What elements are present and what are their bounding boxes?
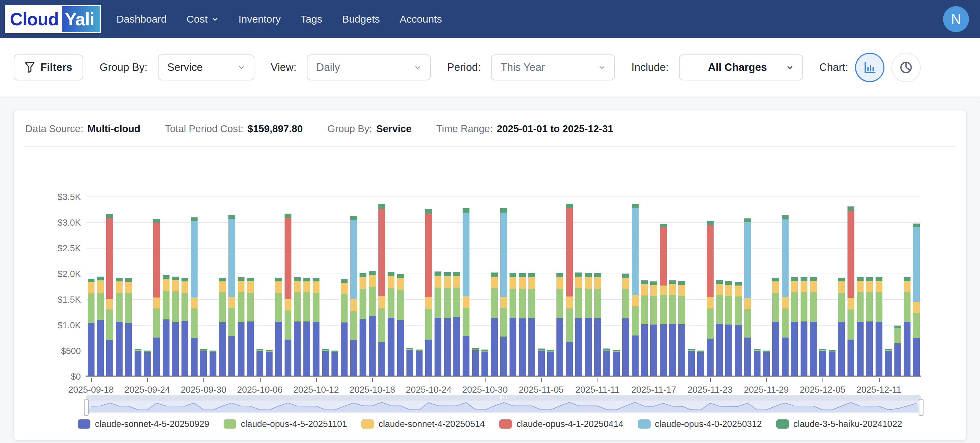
nav-item-tags[interactable]: Tags (301, 13, 322, 25)
nav-item-dashboard[interactable]: Dashboard (116, 13, 167, 25)
nav-item-budgets[interactable]: Budgets (342, 13, 380, 25)
bar-2025-09-30[interactable] (200, 349, 207, 376)
bar-2025-10-27[interactable] (453, 272, 460, 376)
bar-2025-11-10[interactable] (585, 273, 592, 376)
bar-2025-10-22[interactable] (406, 348, 413, 376)
bar-2025-12-14[interactable] (904, 277, 910, 376)
nav-item-inventory[interactable]: Inventory (238, 13, 280, 25)
bar-2025-10-20[interactable] (388, 272, 395, 376)
bar-2025-11-09[interactable] (575, 273, 582, 376)
include-select[interactable]: All Charges (679, 54, 803, 81)
bar-2025-12-13[interactable] (894, 326, 901, 376)
bar-2025-10-24[interactable] (425, 209, 432, 376)
bar-2025-10-12[interactable] (313, 278, 320, 376)
bar-2025-11-13[interactable] (613, 350, 620, 376)
datazoom-left-handle[interactable] (84, 399, 89, 416)
bar-2025-09-18[interactable] (88, 279, 94, 376)
nav-item-cost[interactable]: Cost (187, 13, 219, 25)
filters-button[interactable]: Filters (14, 54, 83, 81)
bar-2025-11-02[interactable] (509, 273, 516, 376)
bar-2025-12-05[interactable] (819, 349, 826, 376)
bar-2025-11-24[interactable] (716, 280, 723, 376)
bar-2025-10-14[interactable] (331, 351, 338, 376)
bar-2025-10-01[interactable] (210, 351, 216, 376)
bar-2025-10-19[interactable] (379, 204, 385, 376)
bar-2025-11-20[interactable] (678, 281, 685, 376)
bar-2025-12-09[interactable] (857, 277, 864, 376)
legend-item-claude-3-5-haiku-20241022[interactable]: claude-3-5-haiku-20241022 (776, 419, 902, 429)
bar-2025-11-01[interactable] (500, 208, 507, 376)
bar-2025-10-10[interactable] (294, 277, 301, 376)
bar-2025-11-16[interactable] (641, 280, 648, 376)
bar-2025-10-02[interactable] (219, 278, 226, 376)
bar-2025-11-25[interactable] (725, 281, 732, 376)
bar-2025-10-25[interactable] (434, 272, 441, 376)
bar-2025-11-03[interactable] (519, 273, 526, 376)
bar-2025-12-10[interactable] (866, 277, 873, 376)
legend-item-claude-opus-4-5-20251101[interactable]: claude-opus-4-5-20251101 (224, 419, 347, 429)
bar-2025-10-16[interactable] (350, 216, 357, 376)
bar-2025-11-17[interactable] (650, 281, 657, 376)
view-select[interactable]: Daily (307, 54, 431, 81)
bar-2025-10-05[interactable] (247, 278, 254, 376)
bar-2025-09-23[interactable] (135, 349, 142, 376)
bar-2025-09-28[interactable] (181, 278, 188, 376)
bar-2025-10-11[interactable] (303, 278, 310, 376)
bar-2025-10-29[interactable] (472, 348, 479, 376)
nav-item-accounts[interactable]: Accounts (399, 13, 442, 25)
bar-2025-11-12[interactable] (603, 349, 610, 376)
datazoom-right-handle[interactable] (919, 399, 923, 416)
bar-2025-11-18[interactable] (660, 224, 667, 376)
bar-2025-09-19[interactable] (97, 276, 104, 376)
bar-2025-11-11[interactable] (594, 273, 601, 376)
bar-2025-09-25[interactable] (153, 219, 160, 376)
bar-2025-11-26[interactable] (735, 282, 742, 376)
bar-2025-10-06[interactable] (256, 349, 263, 376)
bar-2025-11-07[interactable] (557, 273, 563, 376)
bar-2025-11-30[interactable] (772, 278, 779, 376)
pie-chart-toggle-button[interactable] (891, 53, 921, 82)
bar-2025-11-15[interactable] (632, 204, 639, 376)
legend-item-claude-sonnet-4-5-20250929[interactable]: claude-sonnet-4-5-20250929 (78, 419, 209, 429)
bar-2025-10-17[interactable] (360, 273, 366, 376)
bar-2025-10-09[interactable] (285, 214, 291, 376)
bar-2025-09-21[interactable] (116, 278, 123, 376)
bar-chart-toggle-button[interactable] (855, 53, 885, 82)
legend-item-claude-opus-4-0-20250312[interactable]: claude-opus-4-0-20250312 (638, 419, 762, 429)
bar-2025-12-03[interactable] (800, 277, 807, 376)
bar-2025-10-26[interactable] (444, 272, 451, 376)
bar-2025-11-29[interactable] (763, 351, 770, 376)
bar-2025-10-07[interactable] (266, 350, 272, 376)
bar-2025-09-26[interactable] (163, 275, 170, 376)
bar-2025-11-19[interactable] (669, 280, 676, 376)
bar-2025-12-11[interactable] (875, 277, 882, 376)
bar-2025-10-03[interactable] (228, 214, 235, 376)
bar-2025-11-23[interactable] (707, 221, 714, 376)
bar-2025-09-29[interactable] (191, 218, 197, 376)
bar-2025-10-18[interactable] (369, 271, 375, 376)
cloudyali-logo[interactable]: Cloud Yali (5, 5, 101, 33)
period-select[interactable]: This Year (491, 54, 615, 81)
bar-2025-12-06[interactable] (829, 350, 835, 376)
bar-2025-09-27[interactable] (172, 276, 179, 376)
bar-2025-12-04[interactable] (810, 277, 817, 376)
bar-2025-11-04[interactable] (528, 273, 535, 376)
bar-2025-10-08[interactable] (275, 278, 282, 376)
legend-item-claude-opus-4-1-20250414[interactable]: claude-opus-4-1-20250414 (499, 419, 623, 429)
datazoom-top-strip[interactable] (86, 395, 921, 400)
bar-2025-12-08[interactable] (848, 206, 854, 376)
legend-item-claude-sonnet-4-20250514[interactable]: claude-sonnet-4-20250514 (361, 419, 485, 429)
bar-2025-12-02[interactable] (791, 277, 798, 376)
bar-2025-09-22[interactable] (125, 278, 132, 376)
bar-2025-11-14[interactable] (622, 273, 629, 376)
datazoom-slider[interactable] (86, 395, 921, 413)
bar-2025-10-30[interactable] (481, 349, 488, 376)
bar-2025-10-31[interactable] (491, 273, 498, 376)
bar-2025-10-13[interactable] (322, 349, 329, 376)
bar-2025-11-28[interactable] (754, 349, 760, 376)
bar-2025-11-05[interactable] (538, 349, 545, 376)
bar-2025-10-28[interactable] (463, 208, 469, 376)
bar-2025-12-12[interactable] (885, 349, 892, 376)
user-avatar[interactable]: N (943, 6, 969, 32)
bar-2025-09-24[interactable] (144, 351, 151, 376)
